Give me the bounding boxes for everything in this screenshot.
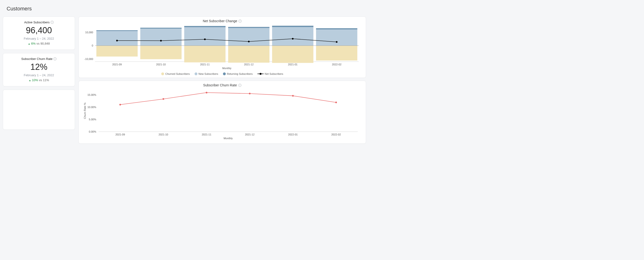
metric-change-pct: 6%	[31, 42, 36, 45]
svg-text:Monthly: Monthly	[224, 137, 233, 140]
svg-text:Churn Rate %: Churn Rate %	[84, 103, 86, 119]
metric-value: 12%	[7, 62, 71, 72]
net-subscriber-change-chart: -10,000010,0002021-092021-102021-112021-…	[82, 24, 361, 71]
svg-point-41	[120, 104, 121, 106]
info-icon[interactable]: i	[238, 84, 242, 87]
legend-label: New Subscribers	[198, 72, 218, 75]
metric-title: Subscriber Churn Rate	[21, 57, 52, 61]
metric-title: Active Subscribers	[24, 20, 50, 24]
svg-text:2021-09: 2021-09	[115, 133, 125, 136]
svg-text:Monthly: Monthly	[222, 67, 232, 70]
svg-rect-21	[316, 28, 358, 29]
svg-rect-15	[228, 27, 270, 28]
svg-rect-17	[272, 27, 314, 46]
legend-label: Net Subscribers	[265, 72, 283, 75]
svg-rect-6	[96, 30, 138, 31]
svg-rect-9	[140, 28, 182, 28]
svg-rect-13	[228, 45, 270, 63]
legend-item-returning: Returning Subscribers	[223, 72, 253, 75]
svg-rect-12	[184, 26, 226, 27]
chart-title: Net Subscriber Change	[203, 19, 237, 23]
left-column: Active Subscribers i 96,400 February 1 –…	[3, 16, 75, 144]
info-icon[interactable]: i	[54, 57, 56, 60]
metric-date-range: February 1 – 24, 2022	[7, 37, 71, 40]
svg-text:15.00%: 15.00%	[88, 93, 96, 96]
svg-text:10,000: 10,000	[85, 31, 93, 34]
svg-rect-4	[96, 45, 138, 56]
svg-rect-5	[96, 31, 138, 46]
svg-rect-18	[272, 26, 314, 27]
svg-rect-14	[228, 28, 270, 46]
legend-swatch	[223, 72, 226, 75]
svg-text:2021-01: 2021-01	[288, 63, 298, 66]
svg-point-27	[292, 38, 294, 40]
info-icon[interactable]: i	[238, 19, 242, 23]
legend-swatch	[161, 72, 164, 75]
svg-text:10.00%: 10.00%	[88, 106, 96, 109]
metric-value: 96,400	[7, 25, 71, 35]
svg-point-25	[204, 38, 206, 40]
svg-point-28	[336, 41, 338, 43]
metric-card-churn-rate: Subscriber Churn Rate i 12% February 1 –…	[3, 53, 75, 86]
chart-legend: Churned Subscribers New Subscribers Retu…	[82, 72, 362, 75]
svg-point-23	[116, 40, 118, 41]
svg-rect-16	[272, 45, 314, 63]
legend-item-churned: Churned Subscribers	[161, 72, 190, 75]
chart-card-churn-rate: Subscriber Churn Rate i 0.00%5.00%10.00%…	[78, 81, 366, 144]
svg-text:2022-02: 2022-02	[332, 63, 342, 66]
legend-item-net: Net Subscribers	[258, 72, 283, 75]
svg-point-44	[249, 93, 250, 94]
arrow-up-icon: ▲	[28, 42, 30, 45]
churn-rate-chart: 0.00%5.00%10.00%15.00%2021-092021-102021…	[82, 88, 361, 141]
svg-text:2022-02: 2022-02	[331, 133, 341, 136]
legend-line-swatch	[258, 73, 264, 75]
metric-change: ▲ 6% vs 90,848	[7, 42, 71, 45]
svg-text:2021-10: 2021-10	[156, 63, 166, 66]
svg-text:5.00%: 5.00%	[89, 118, 96, 121]
svg-text:2021-10: 2021-10	[159, 133, 168, 136]
metric-date-range: February 1 – 24, 2022	[7, 73, 71, 77]
legend-swatch	[194, 72, 198, 75]
svg-rect-8	[140, 28, 182, 45]
legend-label: Returning Subscribers	[227, 72, 253, 75]
svg-text:2021-12: 2021-12	[245, 133, 254, 136]
legend-item-new: New Subscribers	[194, 72, 218, 75]
svg-text:0: 0	[92, 44, 93, 47]
svg-text:2021-09: 2021-09	[112, 63, 122, 66]
legend-label: Churned Subscribers	[165, 72, 190, 75]
metric-card-active-subscribers: Active Subscribers i 96,400 February 1 –…	[3, 16, 75, 50]
svg-text:2022-01: 2022-01	[288, 133, 298, 136]
arrow-up-icon: ▲	[29, 79, 31, 82]
metric-change-pct: 10%	[32, 78, 38, 82]
svg-text:2021-11: 2021-11	[200, 63, 210, 66]
page-title: Customers	[0, 0, 369, 16]
svg-point-24	[160, 40, 162, 41]
right-column: Net Subscriber Change i -10,000010,00020…	[78, 16, 366, 144]
svg-rect-10	[184, 45, 226, 62]
metric-change-prev: vs 11%	[39, 78, 49, 82]
svg-point-42	[163, 98, 164, 100]
svg-rect-20	[316, 29, 358, 46]
info-icon[interactable]: i	[50, 21, 54, 24]
metric-change-prev: vs 90,848	[36, 42, 50, 45]
svg-text:-10,000: -10,000	[84, 58, 93, 60]
svg-point-43	[206, 92, 207, 93]
metric-change: ▲ 10% vs 11%	[7, 78, 71, 82]
svg-rect-7	[140, 45, 182, 59]
chart-title: Subscriber Churn Rate	[203, 83, 237, 87]
empty-card	[3, 90, 75, 130]
chart-card-net-subscriber-change: Net Subscriber Change i -10,000010,00020…	[78, 16, 366, 78]
svg-rect-19	[316, 45, 358, 60]
svg-point-26	[248, 41, 250, 42]
svg-text:2021-11: 2021-11	[202, 133, 211, 136]
svg-text:2021-12: 2021-12	[244, 63, 254, 66]
svg-rect-11	[184, 27, 226, 45]
svg-point-46	[335, 102, 337, 103]
svg-text:0.00%: 0.00%	[89, 130, 96, 133]
svg-point-45	[292, 95, 294, 97]
